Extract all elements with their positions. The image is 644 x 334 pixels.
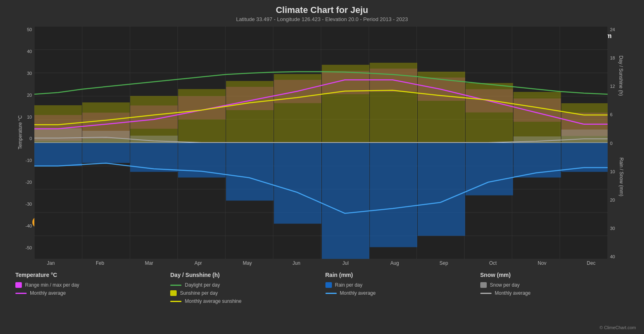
copyright: © ClimeChart.com — [600, 325, 636, 330]
y-axis-left-label: Temperature °C — [17, 115, 23, 149]
legend-item-snow-bar: Snow per day — [480, 282, 629, 288]
legend-item-sunshine-bar: Sunshine per day — [170, 290, 319, 296]
x-month-jul: Jul — [321, 260, 370, 266]
legend-item-sunshine-avg: Monthly average sunshine — [170, 298, 319, 304]
legend-line-daylight — [170, 285, 182, 286]
svg-rect-40 — [178, 89, 226, 143]
legend-line-snow-avg — [480, 293, 492, 294]
x-month-may: May — [223, 260, 272, 266]
x-month-aug: Aug — [370, 260, 420, 266]
y-right-6: 6 — [610, 112, 632, 117]
svg-rect-55 — [322, 143, 369, 259]
svg-rect-49 — [34, 143, 82, 166]
svg-rect-58 — [466, 143, 513, 196]
y-right-0-mid: 0 — [610, 141, 632, 146]
x-axis: Jan Feb Mar Apr May Jun Jul Aug Sep Oct … — [26, 260, 616, 266]
svg-rect-45 — [418, 72, 465, 143]
y-right-40: 40 — [610, 254, 632, 259]
svg-rect-41 — [226, 81, 273, 143]
y-right-20: 20 — [610, 198, 632, 202]
legend-col-temperature: Temperature °C Range min / max per day M… — [12, 272, 167, 304]
x-month-nov: Nov — [517, 260, 567, 266]
y-tick-40: 40 — [27, 49, 32, 54]
legend-item-snow-avg: Monthly average — [480, 290, 629, 296]
x-month-feb: Feb — [76, 260, 125, 266]
svg-rect-54 — [274, 143, 321, 224]
legend-line-temp-avg — [15, 293, 27, 294]
svg-rect-42 — [274, 74, 321, 143]
legend-label-snow-bar: Snow per day — [490, 282, 519, 288]
x-month-sep: Sep — [419, 260, 469, 266]
chart-subtitle: Latitude 33.497 - Longitude 126.423 - El… — [0, 16, 644, 22]
y-axis-left: 50 40 30 20 10 0 -10 -20 -30 -40 -50 — [12, 26, 34, 259]
legend-col-sunshine: Day / Sunshine (h) Daylight per day Suns… — [167, 272, 322, 304]
legend-title-temp: Temperature °C — [15, 272, 164, 278]
svg-rect-53 — [226, 143, 273, 201]
svg-rect-61 — [34, 128, 82, 143]
y-tick-m20: -20 — [25, 180, 32, 185]
svg-rect-52 — [178, 143, 226, 178]
svg-rect-51 — [130, 143, 177, 172]
svg-rect-65 — [562, 130, 608, 143]
legend-area: Temperature °C Range min / max per day M… — [12, 272, 632, 304]
y-right-24: 24 — [610, 27, 632, 32]
y-tick-0: 0 — [30, 136, 32, 141]
legend-title-sunshine: Day / Sunshine (h) — [170, 272, 319, 278]
legend-label-sunshine-avg: Monthly average sunshine — [185, 298, 241, 304]
legend-item-temp-avg: Monthly average — [15, 290, 164, 296]
legend-swatch-snow — [480, 282, 487, 288]
svg-rect-43 — [322, 65, 369, 143]
legend-label-sunshine-bar: Sunshine per day — [180, 290, 217, 296]
chart-container: Climate Chart for Jeju Latitude 33.497 -… — [0, 0, 644, 334]
x-month-dec: Dec — [567, 260, 616, 266]
x-month-apr: Apr — [174, 260, 223, 266]
legend-col-snow: Snow (mm) Snow per day Monthly average — [477, 272, 632, 304]
legend-label-rain-bar: Rain per day — [335, 282, 363, 288]
chart-title: Climate Chart for Jeju — [0, 0, 644, 15]
legend-item-rain-avg: Monthly average — [325, 290, 474, 296]
legend-line-rain-avg — [325, 293, 337, 294]
svg-rect-57 — [418, 143, 465, 236]
chart-plot — [34, 26, 608, 259]
legend-item-daylight: Daylight per day — [170, 282, 319, 288]
x-month-jan: Jan — [26, 260, 76, 266]
legend-title-rain: Rain (mm) — [325, 272, 474, 278]
svg-rect-50 — [82, 143, 130, 163]
legend-line-sunshine-avg — [170, 301, 182, 302]
chart-svg — [34, 26, 608, 259]
legend-item-temp-range: Range min / max per day — [15, 282, 164, 288]
legend-swatch-rain — [325, 282, 332, 288]
x-month-jun: Jun — [272, 260, 321, 266]
legend-label-rain-avg: Monthly average — [340, 290, 376, 296]
legend-label-daylight: Daylight per day — [185, 282, 220, 288]
y-tick-m40: -40 — [25, 223, 32, 228]
y-right-30: 30 — [610, 226, 632, 231]
legend-col-rain: Rain (mm) Rain per day Monthly average — [322, 272, 477, 304]
legend-title-snow: Snow (mm) — [480, 272, 629, 278]
y-tick-20: 20 — [27, 93, 32, 98]
y-axis-right-label-rain: Rain / Snow (mm) — [619, 157, 624, 196]
x-month-oct: Oct — [469, 260, 518, 266]
y-tick-10: 10 — [27, 115, 32, 119]
svg-rect-56 — [370, 143, 417, 247]
legend-label-snow-avg: Monthly average — [495, 290, 531, 296]
y-tick-m10: -10 — [25, 158, 32, 163]
svg-rect-46 — [466, 83, 513, 143]
y-tick-m50: -50 — [25, 245, 32, 250]
y-tick-m30: -30 — [25, 202, 32, 206]
legend-label-temp-range: Range min / max per day — [25, 282, 79, 288]
legend-swatch-temp-range — [15, 282, 22, 288]
x-month-mar: Mar — [125, 260, 174, 266]
y-axis-right-label-day: Day / Sunshine (h) — [618, 55, 623, 96]
y-tick-50: 50 — [27, 27, 32, 32]
legend-label-temp-avg: Monthly average — [30, 290, 66, 296]
legend-item-rain-bar: Rain per day — [325, 282, 474, 288]
y-tick-30: 30 — [27, 71, 32, 76]
legend-swatch-sunshine — [170, 290, 177, 296]
